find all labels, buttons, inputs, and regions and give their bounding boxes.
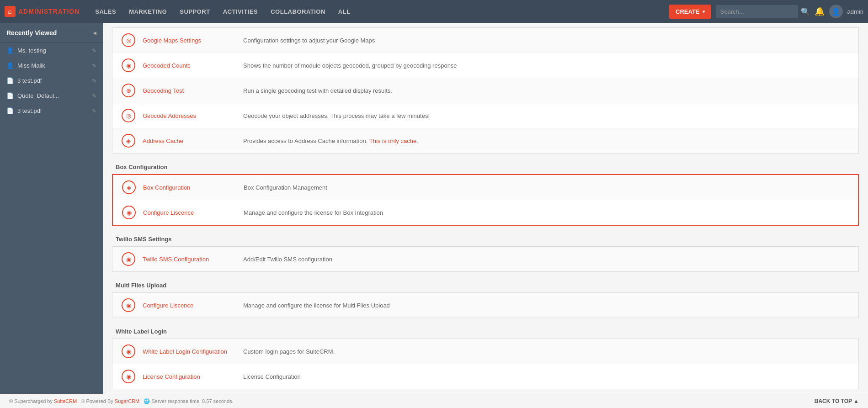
configure-liscence-box-link[interactable]: Configure Liscence bbox=[143, 209, 244, 216]
geocoding-test-link[interactable]: Geocoding Test bbox=[143, 87, 243, 94]
footer-text: © Supercharged by SuiteCRM © Powered By … bbox=[9, 398, 234, 404]
nav-activities[interactable]: ACTIVITIES bbox=[217, 0, 265, 23]
user-label[interactable]: admin bbox=[847, 8, 863, 15]
contact-icon-1: 👤 bbox=[6, 47, 14, 54]
google-maps-link[interactable]: Google Maps Settings bbox=[143, 37, 243, 44]
license-configuration-desc: License Configuration bbox=[243, 373, 849, 380]
configure-liscence-box-icon: ◉ bbox=[122, 206, 136, 219]
address-cache-link[interactable]: Address Cache bbox=[143, 138, 243, 144]
box-config-title: Box Configuration bbox=[112, 158, 859, 174]
configure-liscence-box-desc: Manage and configure the license for Box… bbox=[244, 209, 849, 216]
white-label-icon: ◉ bbox=[122, 344, 135, 358]
section-box-config: Box Configuration ◈ Box Configuration Bo… bbox=[112, 158, 859, 226]
section-multi-files: Multi Files Upload ◉ Configure Liscence … bbox=[112, 276, 859, 318]
sidebar-item-left: 👤 Ms. testing bbox=[6, 47, 46, 54]
twilio-sms-desc: Add/Edit Twilio SMS configuration bbox=[243, 256, 849, 263]
sidebar-item-label-4: Quote_Defaul... bbox=[17, 92, 59, 99]
bell-icon[interactable]: 🔔 bbox=[815, 6, 825, 16]
chevron-down-icon: ▾ bbox=[703, 9, 705, 14]
twilio-box: ◉ Twilio SMS Configuration Add/Edit Twil… bbox=[112, 246, 859, 272]
nav-support[interactable]: SUPPORT bbox=[173, 0, 216, 23]
google-maps-icon: ◎ bbox=[122, 33, 135, 47]
address-cache-desc: Provides access to Address Cache informa… bbox=[243, 138, 849, 144]
geocoded-counts-link[interactable]: Geocoded Counts bbox=[143, 62, 243, 69]
footer: © Supercharged by SuiteCRM © Powered By … bbox=[0, 394, 868, 408]
create-label: CREATE bbox=[676, 8, 699, 15]
search-input[interactable] bbox=[716, 5, 798, 18]
row-address-cache: ◈ Address Cache Provides access to Addre… bbox=[112, 128, 858, 153]
row-license-configuration: ◉ License Configuration License Configur… bbox=[112, 364, 858, 389]
row-twilio-sms-config: ◉ Twilio SMS Configuration Add/Edit Twil… bbox=[112, 247, 858, 271]
section-geocoding: ◎ Google Maps Settings Configuration set… bbox=[112, 27, 859, 154]
back-to-top-button[interactable]: BACK TO TOP ▲ bbox=[815, 398, 859, 404]
create-button[interactable]: CREATE ▾ bbox=[669, 5, 711, 19]
row-google-maps: ◎ Google Maps Settings Configuration set… bbox=[112, 28, 858, 53]
top-navigation: ⌂ ADMINISTRATION SALES MARKETING SUPPORT… bbox=[0, 0, 868, 23]
file-icon-2: 📄 bbox=[6, 92, 14, 99]
suitecrm-link[interactable]: SuiteCRM bbox=[54, 398, 77, 404]
nav-collaboration[interactable]: COLLABORATION bbox=[264, 0, 332, 23]
sidebar-edit-button-3[interactable]: ✎ bbox=[92, 78, 96, 84]
topnav-right: CREATE ▾ 🔍 🔔 👤 admin bbox=[669, 5, 863, 19]
sidebar: Recently Viewed ◂ 👤 Ms. testing ✎ 👤 Miss… bbox=[0, 23, 103, 394]
row-white-label-login-config: ◉ White Label Login Configuration Custom… bbox=[112, 339, 858, 364]
sidebar-edit-button-2[interactable]: ✎ bbox=[92, 63, 96, 69]
row-geocode-addresses: ◎ Geocode Addresses Geocode your object … bbox=[112, 103, 858, 128]
nav-links: SALES MARKETING SUPPORT ACTIVITIES COLLA… bbox=[89, 0, 669, 23]
license-configuration-link[interactable]: License Configuration bbox=[143, 373, 243, 380]
sidebar-edit-button-4[interactable]: ✎ bbox=[92, 93, 96, 99]
sidebar-item-miss-malik[interactable]: 👤 Miss Malik ✎ bbox=[0, 58, 103, 73]
address-cache-inline-link[interactable]: This is only cache bbox=[369, 138, 416, 144]
nav-sales[interactable]: SALES bbox=[89, 0, 122, 23]
main-layout: Recently Viewed ◂ 👤 Ms. testing ✎ 👤 Miss… bbox=[0, 23, 868, 394]
address-cache-icon: ◈ bbox=[122, 134, 135, 148]
sidebar-item-label-2: Miss Malik bbox=[17, 62, 45, 69]
box-configuration-icon: ◈ bbox=[122, 180, 136, 194]
sidebar-item-3test-1[interactable]: 📄 3 test.pdf ✎ bbox=[0, 73, 103, 88]
geocode-addresses-icon: ◎ bbox=[122, 109, 135, 122]
white-label-login-link[interactable]: White Label Login Configuration bbox=[143, 348, 243, 355]
sidebar-edit-button-1[interactable]: ✎ bbox=[92, 48, 96, 54]
twilio-title: Twilio SMS Settings bbox=[112, 230, 859, 246]
multi-files-title: Multi Files Upload bbox=[112, 276, 859, 292]
multi-files-box: ◉ Configure Liscence Manage and configur… bbox=[112, 292, 859, 318]
sidebar-item-ms-testing[interactable]: 👤 Ms. testing ✎ bbox=[0, 43, 103, 58]
sidebar-edit-button-5[interactable]: ✎ bbox=[92, 108, 96, 114]
brand: ⌂ ADMINISTRATION bbox=[5, 6, 80, 17]
configure-liscence-multifiles-desc: Manage and configure the license for Mul… bbox=[243, 302, 849, 309]
box-configuration-desc: Box Configuration Management bbox=[244, 184, 849, 191]
geocoded-counts-desc: Shows the number of module objects geoco… bbox=[243, 62, 849, 69]
geocode-addresses-desc: Geocode your object addresses. This proc… bbox=[243, 112, 849, 119]
google-maps-desc: Configuration settings to adjust your Go… bbox=[243, 37, 849, 44]
sidebar-item-left-2: 👤 Miss Malik bbox=[6, 62, 45, 69]
sidebar-item-quote[interactable]: 📄 Quote_Defaul... ✎ bbox=[0, 88, 103, 103]
box-config-box: ◈ Box Configuration Box Configuration Ma… bbox=[112, 174, 859, 226]
geocoding-test-desc: Run a single geocoding test with detaile… bbox=[243, 87, 849, 94]
geocode-addresses-link[interactable]: Geocode Addresses bbox=[143, 112, 243, 119]
configure-liscence-multifiles-icon: ◉ bbox=[122, 298, 135, 312]
twilio-sms-link[interactable]: Twilio SMS Configuration bbox=[143, 256, 243, 263]
section-white-label: White Label Login ◉ White Label Login Co… bbox=[112, 323, 859, 389]
sidebar-title: Recently Viewed bbox=[6, 29, 57, 37]
geocoding-box: ◎ Google Maps Settings Configuration set… bbox=[112, 27, 859, 154]
row-box-configuration: ◈ Box Configuration Box Configuration Ma… bbox=[113, 175, 858, 200]
nav-all[interactable]: ALL bbox=[332, 0, 357, 23]
brand-label: ADMINISTRATION bbox=[18, 8, 80, 15]
content-area: ◎ Google Maps Settings Configuration set… bbox=[103, 23, 868, 394]
geocoding-test-icon: ⊗ bbox=[122, 84, 135, 97]
nav-marketing[interactable]: MARKETING bbox=[122, 0, 173, 23]
sidebar-item-3test-2[interactable]: 📄 3 test.pdf ✎ bbox=[0, 103, 103, 118]
sidebar-item-label-5: 3 test.pdf bbox=[17, 107, 42, 114]
box-configuration-link[interactable]: Box Configuration bbox=[143, 184, 244, 191]
row-geocoding-test: ⊗ Geocoding Test Run a single geocoding … bbox=[112, 78, 858, 103]
sidebar-item-left-5: 📄 3 test.pdf bbox=[6, 107, 42, 114]
section-twilio: Twilio SMS Settings ◉ Twilio SMS Configu… bbox=[112, 230, 859, 272]
search-icon[interactable]: 🔍 bbox=[801, 7, 810, 16]
home-icon[interactable]: ⌂ bbox=[5, 6, 16, 17]
sidebar-collapse-button[interactable]: ◂ bbox=[93, 28, 96, 37]
row-geocoded-counts: ◉ Geocoded Counts Shows the number of mo… bbox=[112, 53, 858, 78]
sidebar-item-left-4: 📄 Quote_Defaul... bbox=[6, 92, 59, 99]
configure-liscence-multifiles-link[interactable]: Configure Liscence bbox=[143, 302, 243, 309]
user-avatar[interactable]: 👤 bbox=[829, 5, 843, 18]
sugarcrm-link[interactable]: SugarCRM bbox=[115, 398, 139, 404]
